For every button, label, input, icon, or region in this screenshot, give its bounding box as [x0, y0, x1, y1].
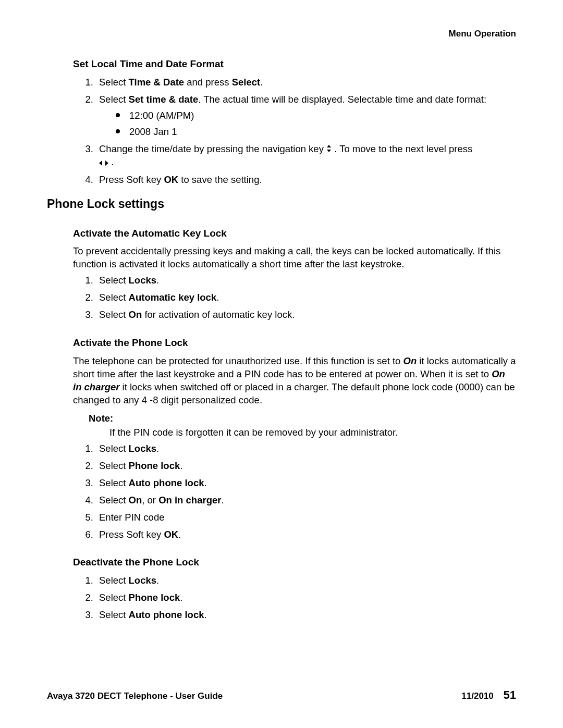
- heading-activate-phone-lock: Activate the Phone Lock: [73, 336, 516, 350]
- heading-phone-lock-settings: Phone Lock settings: [47, 196, 516, 212]
- text: . The actual time will be displayed. Sel…: [198, 94, 486, 105]
- text: .: [221, 495, 224, 505]
- text: .: [216, 292, 219, 303]
- text: Select: [99, 443, 129, 454]
- list-item: Select Time & Date and press Select.: [96, 76, 516, 89]
- footer-date: 11/2010: [461, 691, 493, 701]
- bold: Auto phone lock: [129, 477, 204, 488]
- list-item: Press Soft key OK.: [96, 528, 516, 541]
- bold: Select: [232, 77, 261, 88]
- bold: Locks: [129, 275, 156, 286]
- paragraph: To prevent accidentally pressing keys an…: [73, 245, 516, 271]
- page: Menu Operation Set Local Time and Date F…: [0, 0, 563, 728]
- bold: Automatic key lock: [129, 292, 217, 303]
- text: Select: [99, 460, 129, 471]
- footer-page-number: 51: [504, 688, 516, 701]
- text: it locks when switched off or placed in …: [73, 381, 515, 405]
- bold: On: [129, 495, 142, 505]
- footer-right: 11/2010 51: [461, 688, 516, 702]
- text: .: [156, 275, 159, 286]
- text: .: [204, 477, 206, 488]
- bullet-list: 12:00 (AM/PM) 2008 Jan 1: [115, 109, 516, 139]
- text: .: [156, 575, 159, 586]
- list-activate-phone-lock: Select Locks. Select Phone lock. Select …: [73, 442, 516, 541]
- text: Change the time/date by pressing the nav…: [99, 143, 326, 154]
- bold: OK: [164, 174, 178, 185]
- list-item: Press Soft key OK to save the setting.: [96, 174, 516, 187]
- text: The telephone can be protected for unaut…: [73, 355, 403, 366]
- text: to save the setting.: [178, 174, 262, 185]
- bullet-item: 12:00 (AM/PM): [115, 109, 516, 122]
- text: Select: [99, 275, 129, 286]
- bold: Locks: [129, 575, 156, 586]
- text: Select: [99, 77, 129, 88]
- list-set-time-date: Select Time & Date and press Select. Sel…: [73, 76, 516, 187]
- text: .: [156, 443, 159, 454]
- text: Select: [99, 592, 129, 603]
- list-item: Select Set time & date. The actual time …: [96, 93, 516, 139]
- bold: Phone lock: [129, 592, 180, 603]
- list-item: Select Locks.: [96, 574, 516, 587]
- bold: OK: [164, 529, 178, 540]
- list-activate-auto-key-lock: Select Locks. Select Automatic key lock.…: [73, 274, 516, 322]
- heading-set-time-date: Set Local Time and Date Format: [73, 57, 516, 71]
- text: Select: [99, 609, 129, 620]
- list-item: Change the time/date by pressing the nav…: [96, 143, 516, 169]
- header-section: Menu Operation: [449, 29, 516, 39]
- bold: Phone lock: [129, 460, 180, 471]
- note-text: If the PIN code is forgotten it can be r…: [109, 426, 516, 439]
- list-item: Select Auto phone lock.: [96, 477, 516, 490]
- bold: On in charger: [158, 495, 221, 505]
- text: Press Soft key: [99, 174, 164, 185]
- text: .: [180, 460, 182, 471]
- list-deactivate-phone-lock: Select Locks. Select Phone lock. Select …: [73, 574, 516, 622]
- text: .: [180, 592, 182, 603]
- text: and press: [184, 77, 232, 88]
- text: .: [260, 77, 263, 88]
- text: Select: [99, 292, 129, 303]
- text: .: [204, 609, 206, 620]
- bold-italic: On: [403, 355, 417, 366]
- text: .: [178, 529, 181, 540]
- list-item: Select Phone lock.: [96, 460, 516, 473]
- list-item: Select Auto phone lock.: [96, 609, 516, 622]
- paragraph: The telephone can be protected for unaut…: [73, 355, 516, 407]
- list-item: Select On for activation of automatic ke…: [96, 309, 516, 322]
- note-block: Note: If the PIN code is forgotten it ca…: [89, 412, 516, 439]
- list-item: Select On, or On in charger.: [96, 494, 516, 507]
- text: Select: [99, 309, 129, 320]
- text: for activation of automatic key lock.: [142, 309, 295, 320]
- footer: Avaya 3720 DECT Telephone - User Guide 1…: [47, 688, 516, 702]
- text: , or: [142, 495, 158, 505]
- up-down-arrow-icon: [326, 143, 332, 156]
- bold: Time & Date: [129, 77, 185, 88]
- bold: Auto phone lock: [129, 609, 204, 620]
- heading-deactivate-phone-lock: Deactivate the Phone Lock: [73, 556, 516, 569]
- text: Select: [99, 477, 129, 488]
- footer-title: Avaya 3720 DECT Telephone - User Guide: [47, 691, 223, 701]
- text: Select: [99, 495, 129, 505]
- bold: On: [129, 309, 142, 320]
- list-item: Enter PIN code: [96, 511, 516, 524]
- bold: Locks: [129, 443, 156, 454]
- bold: Set time & date: [129, 94, 199, 105]
- list-item: Select Automatic key lock.: [96, 291, 516, 304]
- text: .: [111, 156, 114, 167]
- text: Select: [99, 575, 129, 586]
- content: Set Local Time and Date Format Select Ti…: [47, 29, 516, 622]
- note-label: Note:: [89, 412, 516, 425]
- left-right-arrow-icon: [99, 156, 108, 169]
- text: Select: [99, 94, 129, 105]
- list-item: Select Locks.: [96, 274, 516, 287]
- bullet-item: 2008 Jan 1: [115, 126, 516, 139]
- heading-activate-auto-key-lock: Activate the Automatic Key Lock: [73, 227, 516, 240]
- list-item: Select Phone lock.: [96, 591, 516, 604]
- text: Press Soft key: [99, 529, 164, 540]
- list-item: Select Locks.: [96, 442, 516, 455]
- text: . To move to the next level press: [334, 143, 472, 154]
